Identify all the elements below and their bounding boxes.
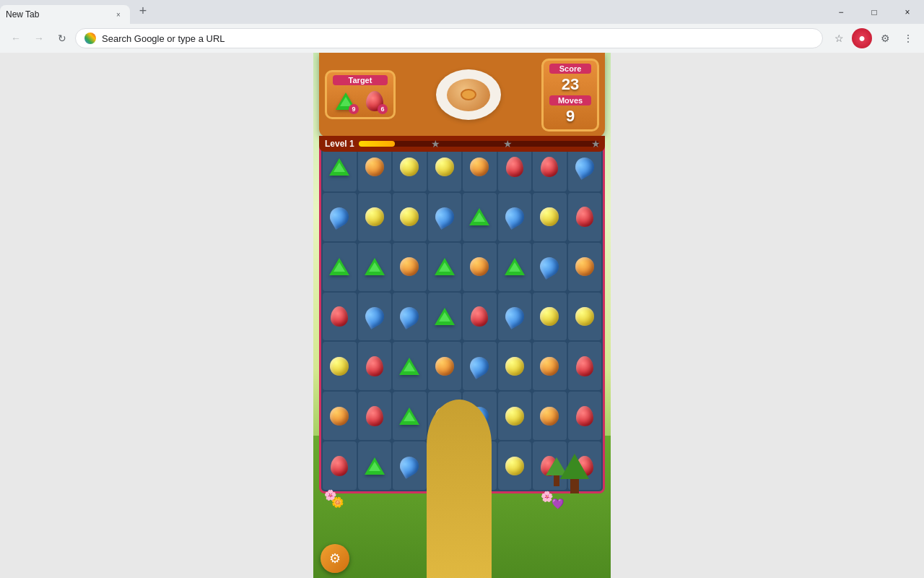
candy-b[interactable]: [330, 207, 349, 226]
grid-cell-4-1[interactable]: [358, 342, 392, 390]
grid-cell-3-3[interactable]: [428, 293, 462, 341]
browser-tab[interactable]: New Tab ×: [0, 5, 130, 24]
candy-g[interactable]: [469, 208, 489, 225]
candy-o[interactable]: [540, 357, 559, 376]
candy-r[interactable]: [506, 157, 523, 177]
grid-cell-3-7[interactable]: [568, 293, 602, 341]
menu-icon[interactable]: ⋮: [898, 28, 918, 48]
settings-fab[interactable]: ⚙: [321, 544, 349, 573]
grid-cell-3-0[interactable]: [323, 293, 357, 341]
candy-o[interactable]: [470, 257, 489, 276]
reload-button[interactable]: ↻: [52, 28, 72, 48]
grid-cell-2-5[interactable]: [498, 243, 532, 291]
candy-r[interactable]: [471, 306, 488, 327]
grid-cell-6-0[interactable]: [323, 441, 357, 490]
candy-r[interactable]: [576, 356, 593, 376]
candy-r[interactable]: [331, 456, 348, 476]
grid-cell-1-7[interactable]: [568, 193, 602, 241]
candy-g[interactable]: [365, 457, 385, 475]
candy-y[interactable]: [330, 357, 349, 376]
profile-icon[interactable]: ●: [852, 28, 872, 48]
grid-cell-5-1[interactable]: [358, 392, 392, 440]
grid-cell-3-1[interactable]: [358, 293, 392, 341]
candy-r[interactable]: [576, 406, 593, 426]
grid-cell-4-3[interactable]: [428, 342, 462, 390]
candy-g[interactable]: [435, 308, 455, 325]
grid-cell-5-6[interactable]: [533, 392, 567, 440]
grid-cell-1-6[interactable]: [533, 193, 567, 241]
back-button[interactable]: ←: [6, 28, 26, 48]
candy-r[interactable]: [576, 207, 593, 227]
grid-cell-5-2[interactable]: [393, 392, 427, 440]
grid-cell-5-7[interactable]: [568, 392, 602, 440]
candy-y[interactable]: [575, 307, 594, 326]
grid-cell-4-5[interactable]: [498, 342, 532, 390]
grid-cell-1-3[interactable]: [428, 193, 462, 241]
grid-cell-4-4[interactable]: [463, 342, 497, 390]
candy-g[interactable]: [329, 158, 349, 176]
candy-y[interactable]: [540, 207, 559, 226]
candy-o[interactable]: [365, 158, 384, 176]
tab-close-button[interactable]: ×: [113, 9, 124, 20]
candy-y[interactable]: [505, 457, 524, 475]
candy-r[interactable]: [541, 157, 558, 177]
bookmark-icon[interactable]: ☆: [829, 28, 849, 48]
forward-button[interactable]: →: [29, 28, 49, 48]
candy-y[interactable]: [435, 158, 454, 176]
candy-b[interactable]: [575, 158, 594, 176]
grid-cell-5-0[interactable]: [323, 392, 357, 440]
candy-y[interactable]: [400, 158, 419, 176]
grid-cell-4-2[interactable]: [393, 342, 427, 390]
candy-b[interactable]: [400, 307, 419, 326]
grid-cell-4-6[interactable]: [533, 342, 567, 390]
candy-g[interactable]: [365, 258, 385, 275]
candy-y[interactable]: [505, 357, 524, 376]
candy-r[interactable]: [331, 306, 348, 327]
candy-o[interactable]: [435, 357, 454, 376]
candy-o[interactable]: [330, 407, 349, 426]
candy-b[interactable]: [400, 457, 419, 475]
candy-g[interactable]: [399, 358, 419, 375]
grid-cell-1-5[interactable]: [498, 193, 532, 241]
candy-y[interactable]: [540, 307, 559, 326]
candy-b[interactable]: [470, 357, 489, 376]
candy-o[interactable]: [470, 158, 489, 176]
candy-g[interactable]: [329, 258, 349, 275]
grid-cell-2-0[interactable]: [323, 243, 357, 291]
address-input-wrapper[interactable]: Search Google or type a URL: [75, 28, 823, 48]
grid-cell-1-1[interactable]: [358, 193, 392, 241]
candy-o[interactable]: [400, 257, 419, 276]
grid-cell-1-2[interactable]: [393, 193, 427, 241]
candy-o[interactable]: [540, 407, 559, 426]
candy-b[interactable]: [540, 257, 559, 276]
grid-cell-2-4[interactable]: [463, 243, 497, 291]
grid-cell-6-2[interactable]: [393, 441, 427, 490]
candy-r[interactable]: [366, 356, 383, 376]
grid-cell-2-3[interactable]: [428, 243, 462, 291]
grid-cell-3-6[interactable]: [533, 293, 567, 341]
candy-b[interactable]: [505, 307, 524, 326]
grid-cell-3-4[interactable]: [463, 293, 497, 341]
grid-cell-6-1[interactable]: [358, 441, 392, 490]
grid-cell-6-5[interactable]: [498, 441, 532, 490]
close-button[interactable]: ×: [891, 0, 924, 24]
grid-cell-4-7[interactable]: [568, 342, 602, 390]
extensions-icon[interactable]: ⚙: [875, 28, 895, 48]
grid-cell-4-0[interactable]: [323, 342, 357, 390]
candy-y[interactable]: [505, 407, 524, 426]
candy-r[interactable]: [366, 406, 383, 426]
grid-cell-1-0[interactable]: [323, 193, 357, 241]
grid-cell-1-4[interactable]: [463, 193, 497, 241]
grid-cell-5-5[interactable]: [498, 392, 532, 440]
candy-b[interactable]: [365, 307, 384, 326]
candy-y[interactable]: [400, 207, 419, 226]
grid-cell-2-7[interactable]: [568, 243, 602, 291]
candy-o[interactable]: [575, 257, 594, 276]
candy-b[interactable]: [435, 207, 454, 226]
candy-g[interactable]: [435, 258, 455, 275]
grid-cell-2-6[interactable]: [533, 243, 567, 291]
candy-b[interactable]: [505, 207, 524, 226]
maximize-button[interactable]: □: [858, 0, 891, 24]
new-tab-button[interactable]: +: [133, 1, 153, 21]
grid-cell-2-2[interactable]: [393, 243, 427, 291]
